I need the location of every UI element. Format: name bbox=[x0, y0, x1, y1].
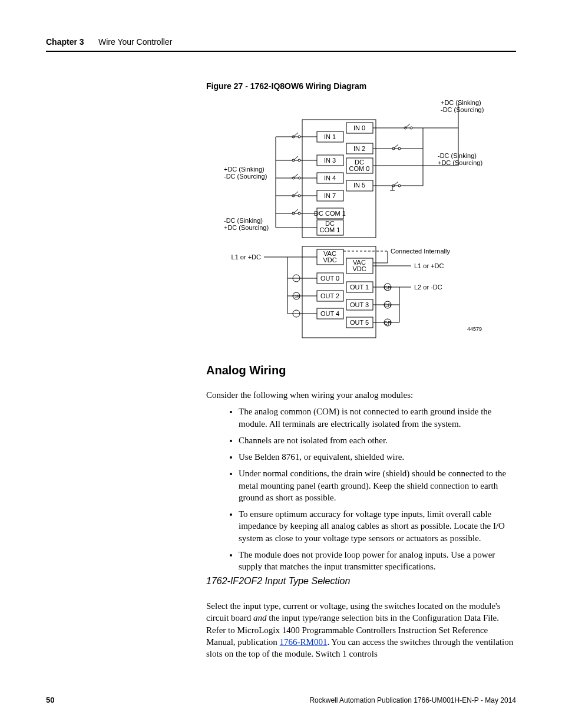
svg-point-43 bbox=[398, 147, 401, 150]
terminal-label: IN 2 bbox=[353, 145, 365, 152]
section-body: Consider the following when wiring your … bbox=[206, 389, 516, 577]
terminal-label: IN 3 bbox=[324, 157, 336, 164]
svg-text:-DC (Sourcing): -DC (Sourcing) bbox=[441, 106, 484, 113]
terminal-label: DC COM 1 bbox=[314, 210, 346, 217]
svg-text:OUT 0: OUT 0 bbox=[320, 275, 339, 282]
svg-text:-DC (Sinking): -DC (Sinking) bbox=[438, 152, 477, 159]
subsection-body: Select the input type, current or voltag… bbox=[206, 600, 516, 660]
page-header: Chapter 3 Wire Your Controller bbox=[46, 37, 516, 52]
terminal-label: IN 4 bbox=[324, 174, 336, 182]
svg-point-29 bbox=[298, 195, 300, 197]
svg-text:+DC (Sourcing): +DC (Sourcing) bbox=[438, 159, 482, 166]
figure-ref: 44579 bbox=[467, 326, 482, 332]
terminal-label: IN 5 bbox=[353, 182, 365, 189]
section-heading: Analog Wiring bbox=[206, 364, 286, 377]
svg-text:CR: CR bbox=[293, 294, 300, 299]
section-bullets: The analog common (COM) is not connected… bbox=[206, 406, 516, 572]
svg-text:L1 or +DC: L1 or +DC bbox=[414, 262, 444, 269]
page-number: 50 bbox=[46, 696, 54, 704]
svg-point-21 bbox=[298, 159, 300, 162]
bullet: The module does not provide loop power f… bbox=[239, 549, 516, 573]
svg-point-25 bbox=[298, 177, 300, 179]
svg-line-18 bbox=[293, 133, 298, 137]
svg-text:+DC (Sourcing): +DC (Sourcing) bbox=[224, 224, 269, 231]
bullet: The analog common (COM) is not connected… bbox=[239, 406, 516, 430]
svg-line-44 bbox=[394, 144, 398, 149]
svg-point-17 bbox=[298, 136, 300, 138]
svg-text:OUT 2: OUT 2 bbox=[320, 292, 339, 299]
svg-line-22 bbox=[293, 156, 298, 160]
svg-text:VDC: VDC bbox=[352, 265, 366, 272]
terminal-label: IN 0 bbox=[353, 124, 365, 131]
svg-point-39 bbox=[410, 127, 412, 129]
section-intro: Consider the following when wiring your … bbox=[206, 389, 516, 401]
svg-text:OUT 3: OUT 3 bbox=[350, 301, 369, 308]
publication-link[interactable]: 1766-RM001 bbox=[280, 637, 328, 647]
svg-point-48 bbox=[398, 185, 401, 187]
svg-text:OUT 4: OUT 4 bbox=[320, 310, 339, 317]
svg-text:Connected Internally: Connected Internally bbox=[391, 248, 450, 255]
svg-text:VDC: VDC bbox=[323, 256, 336, 263]
bullet: Channels are not isolated from each othe… bbox=[239, 434, 516, 446]
svg-line-49 bbox=[394, 182, 398, 186]
svg-text:CR: CR bbox=[384, 285, 392, 291]
svg-text:COM 0: COM 0 bbox=[349, 165, 370, 172]
svg-text:COM 1: COM 1 bbox=[320, 226, 340, 233]
bullet: Use Belden 8761, or equivalent, shielded… bbox=[239, 451, 516, 463]
svg-line-40 bbox=[405, 124, 410, 128]
svg-line-34 bbox=[293, 209, 298, 213]
terminal-label: IN 7 bbox=[324, 192, 336, 199]
svg-text:L2 or -DC: L2 or -DC bbox=[414, 284, 442, 291]
publication-info: Rockwell Automation Publication 1766-UM0… bbox=[309, 696, 516, 704]
bullet: Under normal conditions, the drain wire … bbox=[239, 467, 516, 503]
svg-text:OUT 1: OUT 1 bbox=[350, 284, 369, 291]
chapter-title: Wire Your Controller bbox=[98, 37, 172, 47]
svg-text:CR: CR bbox=[384, 320, 392, 326]
svg-point-33 bbox=[298, 212, 300, 215]
bullet: To ensure optimum accuracy for voltage t… bbox=[239, 508, 516, 544]
svg-line-30 bbox=[293, 192, 298, 196]
svg-text:OUT 5: OUT 5 bbox=[350, 319, 369, 326]
wiring-diagram: IN 0 IN 2 DC COM 0 IN 5 IN 1 IN 3 IN 4 I… bbox=[223, 99, 494, 341]
svg-text:-DC (Sourcing): -DC (Sourcing) bbox=[224, 173, 267, 180]
svg-text:CR: CR bbox=[384, 302, 392, 308]
svg-text:+DC (Sinking): +DC (Sinking) bbox=[441, 99, 481, 106]
svg-line-26 bbox=[293, 174, 298, 178]
svg-text:+DC (Sinking): +DC (Sinking) bbox=[224, 166, 265, 173]
terminal-label: IN 1 bbox=[324, 133, 336, 140]
svg-text:-DC (Sinking): -DC (Sinking) bbox=[224, 217, 263, 224]
svg-text:L1 or +DC: L1 or +DC bbox=[232, 253, 261, 261]
subsection-heading: 1762-IF2OF2 Input Type Selection bbox=[206, 576, 350, 587]
figure-caption: Figure 27 - 1762-IQ8OW6 Wiring Diagram bbox=[206, 81, 366, 91]
chapter-label: Chapter 3 bbox=[46, 37, 84, 47]
